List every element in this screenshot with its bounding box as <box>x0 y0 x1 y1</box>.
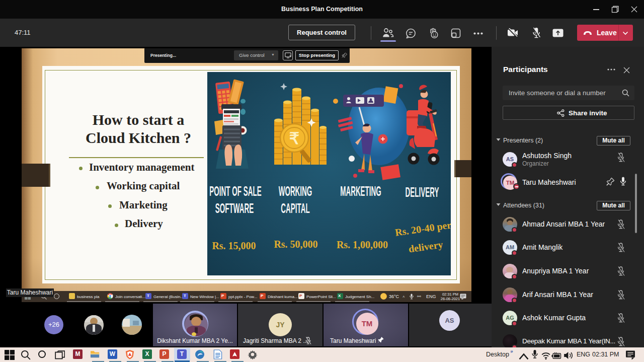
svg-text:Rs. 15,000: Rs. 15,000 <box>212 240 256 251</box>
svg-text:WORKING: WORKING <box>279 184 312 199</box>
svg-text:SOFTWARE: SOFTWARE <box>215 201 254 216</box>
svg-text:Rs. 20-40 per: Rs. 20-40 per <box>394 219 451 238</box>
svg-text:DELIVERY: DELIVERY <box>406 185 439 200</box>
svg-text:CAPITAL: CAPITAL <box>281 201 309 216</box>
svg-text:POINT OF SALE: POINT OF SALE <box>209 184 261 199</box>
svg-text:Rs. 50,000: Rs. 50,000 <box>274 239 317 250</box>
svg-text:MARKETING: MARKETING <box>340 184 381 199</box>
svg-text:Rs. 1,00,000: Rs. 1,00,000 <box>337 239 388 250</box>
svg-text:₹: ₹ <box>289 129 299 148</box>
svg-text:delivery: delivery <box>408 239 443 255</box>
